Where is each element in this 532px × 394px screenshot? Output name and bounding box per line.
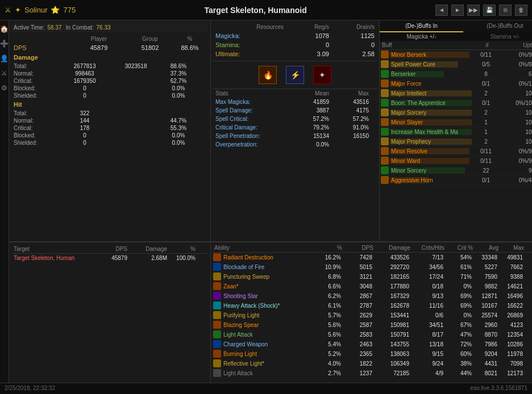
ability-icon-2[interactable]: ⚡ <box>286 66 304 84</box>
ability-avg: 2960 <box>472 322 497 328</box>
ability-icon-indicator <box>213 350 221 358</box>
target-rows: Target Skeleton, Human458792.68M100.0% <box>11 254 208 262</box>
buff-uptime: 92% <box>500 167 532 174</box>
buff-count: 2 <box>472 139 500 145</box>
ability-crits: 0/6 <box>409 312 443 318</box>
ability-damage: 292720 <box>372 264 409 270</box>
ability-dps: 5015 <box>341 264 372 270</box>
ability-icon-indicator <box>213 369 221 377</box>
ability-row: Puncturing Sweep 6.8% 3121 182165 17/24 … <box>212 272 532 282</box>
tab-debuffs-out[interactable]: (De-)Buffs Out <box>463 20 532 32</box>
buff-name: Major Prophecy <box>390 139 431 145</box>
sidebar-icon-1[interactable]: 🏠 <box>0 25 9 33</box>
buff-icon <box>381 157 389 165</box>
buff-count: 2 <box>472 110 500 116</box>
ability-name: Burning Light <box>222 351 313 357</box>
hit-title: Hit <box>11 99 208 110</box>
buff-count: 0/5 <box>472 61 500 68</box>
ability-crit-pct: 72% <box>443 341 472 347</box>
buff-name: Minor Resolve <box>390 148 427 154</box>
ability-pct: 10.9% <box>313 264 341 270</box>
subtab-magicka[interactable]: Magicka +/- <box>380 32 463 41</box>
col-empty <box>14 36 70 42</box>
ability-icon-3[interactable]: ✦ <box>313 66 331 84</box>
sidebar-icon-3[interactable]: 👤 <box>0 55 9 62</box>
buff-name: Minor Slayer <box>390 119 423 125</box>
ability-name: Zaan* <box>222 283 313 290</box>
sidebar-icon-4[interactable]: ⚔ <box>1 69 7 77</box>
target-panel: Target DPS Damage % Target Skeleton, Hum… <box>9 242 211 383</box>
buff-icon <box>381 128 389 136</box>
ability-avg: 8021 <box>472 370 497 376</box>
buff-uptime: 100% <box>500 110 532 116</box>
buff-row: Aggressive Horn 0/1 0%/48% <box>380 175 532 185</box>
buff-rows: Minor Berserk 0/11 0%/97% Spell Power Cu… <box>380 50 532 185</box>
ability-icon-indicator <box>213 301 221 309</box>
ability-panel: Ability % DPS Damage Crits/Hits Crit % A… <box>211 242 532 383</box>
buff-row: Minor Sorcery 22 92% <box>380 166 532 175</box>
ability-pct: 16.2% <box>313 254 341 261</box>
buff-row: Increase Max Health & Ma 1 100% <box>380 127 532 137</box>
res-header: Resources Reg/s Drain/s <box>213 23 377 31</box>
buff-row: Spell Power Cure 0/5 0%/83% <box>380 60 532 69</box>
ability-name: Shooting Star <box>222 293 313 299</box>
ability-damage: 138063 <box>372 351 409 357</box>
ability-damage: 182165 <box>372 274 409 280</box>
resource-row: Magicka:10781125 <box>213 31 377 40</box>
ability-icons: 🔥 ⚡ ✦ <box>213 61 377 89</box>
ability-max: 49831 <box>497 254 523 261</box>
buff-name: Spell Power Cure <box>390 61 435 68</box>
buff-uptime: 100% <box>500 129 532 135</box>
ability-dps: 1237 <box>341 370 372 376</box>
ability-dps: 2463 <box>341 341 372 347</box>
buff-name: Major Force <box>390 81 421 87</box>
col-pct: % <box>173 36 207 42</box>
buff-icon <box>381 89 389 97</box>
ability-avg: 25574 <box>472 312 497 318</box>
subtab-stamina[interactable]: Stamina +/- <box>463 32 532 41</box>
col-player: Player <box>70 36 127 42</box>
ability-avg: 9882 <box>472 283 497 290</box>
ability-damage: 162678 <box>372 303 409 309</box>
ability-crits: 0/18 <box>409 283 443 290</box>
sidebar-icon-2[interactable]: ➕ <box>0 40 9 48</box>
ability-avg: 5227 <box>472 264 497 270</box>
ability-damage: 433526 <box>372 254 409 261</box>
ability-crit-pct: 47% <box>443 332 472 338</box>
ability-icon-1[interactable]: 🔥 <box>259 66 277 84</box>
ability-damage: 150791 <box>372 332 409 338</box>
ability-avg: 4431 <box>472 361 497 367</box>
nav-delete[interactable]: 🗑 <box>515 5 527 16</box>
buff-col-count: # <box>473 42 501 48</box>
star-icon: ✦ <box>15 6 21 14</box>
nav-next[interactable]: ► <box>451 5 464 16</box>
resource-row: Ultimate:3.092.58 <box>213 49 377 58</box>
hit-row: Critical:17855.3% <box>11 124 208 132</box>
nav-prev[interactable]: ◄ <box>435 5 448 16</box>
sidebar-icon-5[interactable]: ⚙ <box>1 84 7 92</box>
footer: 2/25/2018, 22:32:32 eso.live.3.3.6.15618… <box>0 383 532 394</box>
ability-icon-indicator <box>213 321 221 329</box>
ability-row: Charged Weapon 5.4% 2463 143755 13/18 72… <box>212 339 532 349</box>
ability-max: 10286 <box>497 341 523 347</box>
nav-export[interactable]: ⊖ <box>499 5 512 16</box>
ab-col-max: Max <box>498 245 524 251</box>
ability-crits: 9/15 <box>409 351 443 357</box>
ability-crit-pct: 69% <box>443 293 472 299</box>
buff-count: 0/11 <box>472 52 500 58</box>
ab-col-avg: Avg <box>473 245 498 251</box>
player-name: Solinur <box>24 6 47 14</box>
buff-count: 0/1 <box>472 81 500 87</box>
ability-dps: 3121 <box>341 274 372 280</box>
buff-name: Boon: The Apprentice <box>390 100 446 106</box>
ability-dps: 2867 <box>341 293 372 299</box>
nav-fast-forward[interactable]: ▶▶ <box>467 5 480 16</box>
ability-icon-indicator <box>213 253 221 261</box>
buff-name: Major Sorcery <box>390 110 426 116</box>
tab-debuffs-in[interactable]: (De-)Buffs In <box>380 20 463 32</box>
nav-save[interactable]: 💾 <box>483 5 496 16</box>
damage-row: Critical:167935062.7% <box>11 77 208 85</box>
ability-icon-indicator <box>213 330 221 338</box>
ability-max: 9388 <box>497 274 523 280</box>
hit-row: Blocked:00.0% <box>11 132 208 139</box>
